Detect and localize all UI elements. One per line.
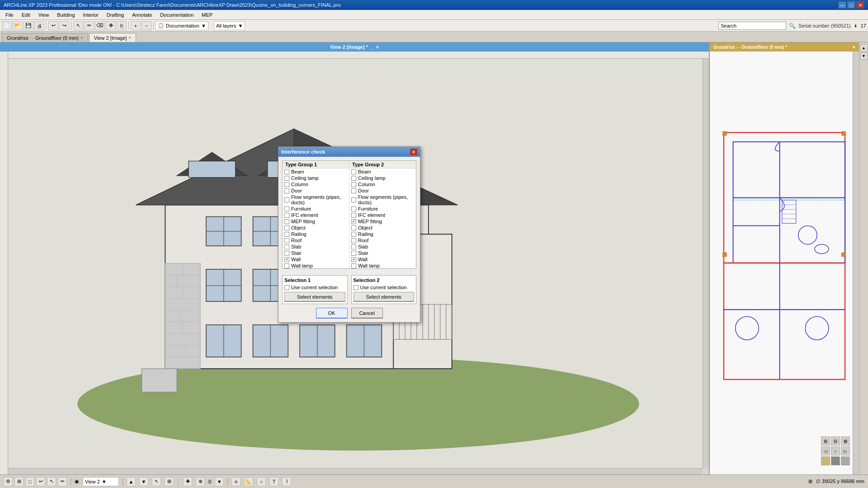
checkbox-beam-1[interactable]: [284, 169, 289, 174]
checkbox-mep-1[interactable]: [284, 219, 289, 224]
item-stair-1[interactable]: Stair: [283, 250, 349, 256]
snap3-btn[interactable]: ▼: [215, 477, 224, 486]
text-btn[interactable]: T: [269, 477, 278, 486]
checkbox-wall-2[interactable]: [351, 257, 356, 262]
item-slab-2[interactable]: Slab: [349, 244, 416, 250]
status-select-btn[interactable]: ↖: [47, 477, 56, 486]
fp-v-scrollbar[interactable]: [853, 52, 859, 474]
item-flow-2[interactable]: Flow segments (pipes, ducts): [349, 194, 416, 206]
tab-grundriss-close[interactable]: ×: [80, 35, 83, 40]
view2-minimize[interactable]: _: [372, 44, 374, 50]
select2-btn[interactable]: ⊞: [165, 477, 174, 486]
item-beam-2[interactable]: Beam: [349, 169, 416, 175]
fp-close-icon[interactable]: ×: [853, 44, 855, 50]
checkbox-column-1[interactable]: [284, 182, 289, 187]
move-up-btn[interactable]: ▲: [127, 477, 136, 486]
checkbox-flow-1[interactable]: [284, 197, 289, 202]
menu-interior[interactable]: Interior: [80, 11, 102, 19]
item-wall-lamp-1[interactable]: Wall lamp: [283, 263, 349, 268]
checkbox-ifc-2[interactable]: [351, 213, 356, 218]
item-ceiling-lamp-1[interactable]: Ceiling lamp: [283, 175, 349, 181]
checkbox-wall-lamp-2[interactable]: [351, 263, 356, 268]
open-button[interactable]: 📂: [13, 21, 23, 30]
fp-zoom-btn1[interactable]: ⊞: [821, 436, 830, 446]
item-roof-2[interactable]: Roof: [349, 237, 416, 244]
menu-documentation[interactable]: Documentation: [156, 11, 197, 19]
view-name-dropdown[interactable]: View 2 ▼: [83, 477, 119, 486]
layers-dropdown[interactable]: All layers ▼: [214, 21, 245, 30]
snap2-btn[interactable]: ⊕: [196, 477, 205, 486]
menu-edit[interactable]: Edit: [18, 11, 34, 19]
checkbox-wall-1[interactable]: [284, 257, 289, 262]
tab-view2[interactable]: View 2 [Image] ×: [89, 33, 136, 42]
item-column-2[interactable]: Column: [349, 181, 416, 188]
status-undo2-btn[interactable]: ↩: [36, 477, 45, 486]
minimize-button[interactable]: —: [838, 1, 846, 9]
line-btn[interactable]: ⌇: [282, 477, 291, 486]
checkbox-stair-2[interactable]: [351, 251, 356, 256]
item-slab-1[interactable]: Slab: [283, 244, 349, 250]
maximize-button[interactable]: □: [847, 1, 855, 9]
cancel-button[interactable]: Cancel: [351, 308, 383, 319]
move-button[interactable]: ✥: [106, 21, 116, 30]
item-door-2[interactable]: Door: [349, 188, 416, 194]
draw-button[interactable]: ✏: [84, 21, 94, 30]
item-beam-1[interactable]: Beam: [283, 169, 349, 175]
doc-mode-dropdown[interactable]: 📋 Documentation ▼: [156, 21, 208, 30]
item-flow-1[interactable]: Flow segments (pipes, ducts): [283, 194, 349, 206]
close-button[interactable]: ✕: [856, 1, 864, 9]
copy-button[interactable]: ⎘: [117, 21, 127, 30]
item-door-1[interactable]: Door: [283, 188, 349, 194]
checkbox-ceiling-lamp-2[interactable]: [351, 176, 356, 181]
checkbox-slab-2[interactable]: [351, 244, 356, 249]
view2-close-icon[interactable]: ×: [376, 44, 379, 50]
checkbox-stair-1[interactable]: [284, 251, 289, 256]
zoom-out-button[interactable]: −: [142, 21, 151, 30]
checkbox-door-1[interactable]: [284, 188, 289, 193]
tab-view2-close[interactable]: ×: [128, 35, 131, 40]
item-object-2[interactable]: Object: [349, 225, 416, 231]
checkbox-furniture-1[interactable]: [284, 206, 289, 211]
item-column-1[interactable]: Column: [283, 181, 349, 188]
checkbox-furniture-2[interactable]: [351, 206, 356, 211]
status-settings-btn[interactable]: ⚙: [4, 477, 13, 486]
fp-nav-right[interactable]: ▷: [841, 446, 850, 455]
search-input[interactable]: [718, 22, 786, 30]
item-railing-1[interactable]: Railing: [283, 231, 349, 237]
sel1-use-current-checkbox[interactable]: [284, 285, 289, 290]
status-draw-btn[interactable]: ✏: [58, 477, 67, 486]
fp-color-btn3[interactable]: [841, 456, 850, 465]
sel2-select-button[interactable]: Select elements: [354, 292, 415, 302]
save-button[interactable]: 💾: [24, 21, 33, 30]
checkbox-ceiling-lamp-1[interactable]: [284, 176, 289, 181]
checkbox-object-1[interactable]: [284, 225, 289, 230]
search-icon[interactable]: 🔍: [789, 23, 796, 29]
checkbox-roof-2[interactable]: [351, 238, 356, 243]
checkbox-railing-1[interactable]: [284, 232, 289, 237]
item-ceiling-lamp-2[interactable]: Ceiling lamp: [349, 175, 416, 181]
checkbox-railing-2[interactable]: [351, 232, 356, 237]
fp-zoom-btn3[interactable]: ⊠: [841, 436, 850, 446]
align-btn[interactable]: ≡: [231, 477, 241, 486]
item-ifc-2[interactable]: IFC element: [349, 212, 416, 218]
menu-drafting[interactable]: Drafting: [103, 11, 128, 19]
menu-view[interactable]: View: [35, 11, 53, 19]
item-railing-2[interactable]: Railing: [349, 231, 416, 237]
new-button[interactable]: 📄: [2, 21, 12, 30]
erase-button[interactable]: ⌫: [95, 21, 105, 30]
tab-grundriss[interactable]: Grundriss · · Groundfloor (0 mm) ×: [2, 33, 88, 42]
checkbox-flow-2[interactable]: [351, 197, 356, 202]
object-btn[interactable]: ○: [257, 477, 266, 486]
item-wall-lamp-2[interactable]: Wall lamp: [349, 263, 416, 268]
checkbox-door-2[interactable]: [351, 188, 356, 193]
item-furniture-2[interactable]: Furniture: [349, 206, 416, 212]
menu-mep[interactable]: MEP: [198, 11, 216, 19]
cursor-btn[interactable]: ↖: [152, 477, 161, 486]
redo-button[interactable]: ↪: [59, 21, 69, 30]
status-grid-btn[interactable]: ⊞: [14, 477, 24, 486]
checkbox-mep-2[interactable]: [351, 219, 356, 224]
fp-zoom-btn2[interactable]: ⊟: [831, 436, 840, 446]
h-scrollbar[interactable]: [8, 468, 703, 474]
item-mep-1[interactable]: MEP fitting: [283, 218, 349, 225]
checkbox-object-2[interactable]: [351, 225, 356, 230]
